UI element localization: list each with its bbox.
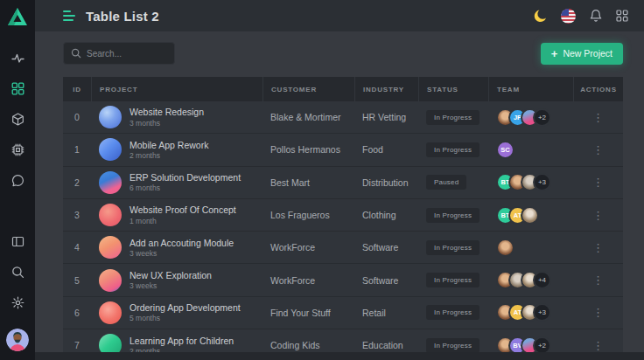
table-row[interactable]: 5New UX Exploration3 weeksWorkForceSoftw… <box>63 264 623 296</box>
team-cell: +4 <box>488 271 573 289</box>
bell-icon[interactable] <box>589 9 603 23</box>
column-header-customer: CUSTOMER <box>262 77 354 101</box>
team-avatar-photo <box>496 239 514 257</box>
sidebar-nav-top <box>11 43 24 196</box>
page-title: Table List 2 <box>86 9 159 24</box>
row-actions-menu-icon[interactable]: ⋮ <box>585 173 611 191</box>
project-cell: Ordering App Development5 months <box>91 301 262 324</box>
project-duration: 3 months <box>130 119 204 128</box>
row-actions-menu-icon[interactable]: ⋮ <box>585 206 611 225</box>
activity-icon[interactable] <box>11 52 24 65</box>
row-id: 4 <box>63 242 91 253</box>
status-badge: Paused <box>426 175 466 190</box>
table-row[interactable]: 6Ordering App Development5 monthsFind Yo… <box>63 297 623 329</box>
customer-cell: Find Your Stuff <box>262 308 354 318</box>
row-actions-menu-icon[interactable]: ⋮ <box>585 271 611 289</box>
row-actions-menu-icon[interactable]: ⋮ <box>585 239 611 257</box>
row-actions-menu-icon[interactable]: ⋮ <box>585 141 611 159</box>
actions-cell: ⋮ <box>573 108 623 127</box>
project-text: Website Proof Of Concept1 month <box>130 204 236 225</box>
layout-icon[interactable] <box>11 235 24 248</box>
row-id: 6 <box>63 308 91 318</box>
project-text: Add an Accouting Module3 weeks <box>130 238 234 258</box>
search-icon[interactable] <box>11 266 24 279</box>
actions-cell: ⋮ <box>573 206 623 225</box>
project-icon <box>99 106 122 128</box>
actions-cell: ⋮ <box>573 303 623 322</box>
row-id: 5 <box>63 275 91 286</box>
project-icon <box>99 138 122 161</box>
table-row[interactable]: 0Website Redesign3 monthsBlake & Mortime… <box>63 101 623 134</box>
project-name: Ordering App Development <box>130 302 241 314</box>
actions-cell: ⋮ <box>573 173 623 191</box>
actions-cell: ⋮ <box>573 271 623 289</box>
status-cell: In Progress <box>418 305 488 320</box>
table-body: 0Website Redesign3 monthsBlake & Mortime… <box>63 101 623 360</box>
project-cell: Website Proof Of Concept1 month <box>91 204 262 226</box>
industry-cell: Education <box>354 340 418 350</box>
team-cell: BT+3 <box>488 173 573 191</box>
new-project-button[interactable]: + New Project <box>541 43 623 65</box>
customer-cell: WorkForce <box>262 242 354 253</box>
projects-table: IDPROJECTCUSTOMERINDUSTRYSTATUSTEAMACTIO… <box>63 77 623 360</box>
table-row[interactable]: 2ERP Solution Development6 monthsBest Ma… <box>63 167 623 199</box>
customer-cell: Los Fragueros <box>262 210 354 220</box>
project-duration: 3 weeks <box>130 281 212 290</box>
apps-icon[interactable] <box>616 10 628 22</box>
us-flag-icon[interactable] <box>561 9 576 24</box>
project-cell: New UX Exploration3 weeks <box>91 269 262 292</box>
status-cell: In Progress <box>418 273 488 287</box>
search-input[interactable] <box>87 49 165 59</box>
team-cell <box>488 239 573 257</box>
project-duration: 5 months <box>130 314 241 322</box>
industry-cell: Software <box>354 275 418 286</box>
team-cell: JP+2 <box>488 108 573 127</box>
cpu-icon[interactable] <box>11 143 24 156</box>
team-avatar-more: +3 <box>533 173 551 191</box>
search-box <box>63 42 175 65</box>
user-avatar[interactable] <box>6 329 29 351</box>
status-cell: In Progress <box>418 338 488 353</box>
customer-cell: Best Mart <box>262 177 354 188</box>
team-cell: AT+3 <box>488 303 573 322</box>
table-row[interactable]: 1Mobile App Rework2 monthsPollos Hermano… <box>63 134 623 166</box>
actions-cell: ⋮ <box>573 239 623 257</box>
actions-cell: ⋮ <box>573 141 623 159</box>
gear-icon[interactable] <box>11 296 24 309</box>
row-actions-menu-icon[interactable]: ⋮ <box>585 303 611 322</box>
status-badge: In Progress <box>426 338 480 353</box>
customer-cell: Coding Kids <box>262 340 354 350</box>
app-logo[interactable] <box>5 4 30 29</box>
status-badge: In Progress <box>426 208 480 223</box>
project-text: Website Redesign3 months <box>130 107 204 127</box>
project-cell: Mobile App Rework2 months <box>91 138 262 161</box>
table-row[interactable]: 3Website Proof Of Concept1 monthLos Frag… <box>63 199 623 232</box>
project-text: ERP Solution Development6 months <box>130 172 241 192</box>
table-row[interactable]: 4Add an Accouting Module3 weeksWorkForce… <box>63 232 623 264</box>
status-cell: In Progress <box>418 142 488 157</box>
project-name: ERP Solution Development <box>130 172 241 183</box>
team-avatar-photo <box>521 206 539 225</box>
column-header-industry: INDUSTRY <box>354 77 418 101</box>
status-badge: In Progress <box>426 142 480 157</box>
cube-icon[interactable] <box>11 113 24 126</box>
table-header-row: IDPROJECTCUSTOMERINDUSTRYSTATUSTEAMACTIO… <box>63 77 623 101</box>
row-id: 7 <box>63 340 91 350</box>
menu-toggle-icon[interactable] <box>63 10 75 21</box>
logo-triangle-icon <box>7 7 28 26</box>
main-area: Table List 2 <box>35 0 644 360</box>
project-duration: 6 months <box>130 183 241 192</box>
status-badge: In Progress <box>426 273 480 287</box>
row-actions-menu-icon[interactable]: ⋮ <box>585 108 611 127</box>
row-id: 2 <box>63 177 91 188</box>
column-header-id: ID <box>63 77 91 101</box>
team-avatar-more: +2 <box>533 108 551 127</box>
status-cell: In Progress <box>418 208 488 223</box>
moon-icon[interactable] <box>533 9 548 24</box>
project-name: Website Redesign <box>130 107 204 118</box>
project-name: Learning App for Children <box>130 336 234 347</box>
team-avatar-more: +4 <box>533 271 551 289</box>
chat-icon[interactable] <box>11 174 24 187</box>
header-icons <box>533 9 628 24</box>
dashboard-grid-icon[interactable] <box>11 82 24 95</box>
